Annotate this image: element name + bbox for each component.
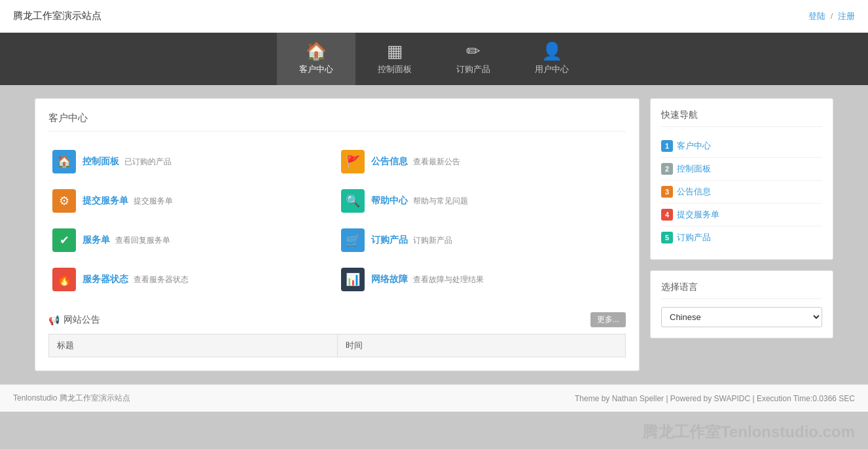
dashboard-icon: ▦ xyxy=(387,43,403,60)
home-icon: 🏠 xyxy=(306,43,327,60)
language-select[interactable]: Chinese English xyxy=(661,307,822,327)
footer: Tenlonstudio 腾龙工作室演示站点 Theme by Nathan S… xyxy=(0,384,868,412)
action-control-panel-desc: 已订购的产品 xyxy=(124,157,172,166)
action-submit-ticket-desc: 提交服务单 xyxy=(134,196,173,206)
nav-user-center-label: 用户中心 xyxy=(535,63,569,75)
action-server-status-desc: 查看服务器状态 xyxy=(134,275,189,284)
announce-label: 网站公告 xyxy=(63,314,100,326)
login-link[interactable]: 登陆 xyxy=(808,11,825,21)
action-order-product-desc: 订购新产品 xyxy=(413,236,452,245)
badge-customer: 1 xyxy=(661,140,673,152)
announcement-icon: 🚩 xyxy=(341,150,365,173)
badge-ticket: 4 xyxy=(661,209,673,221)
action-control-panel[interactable]: 🏠 控制面板 已订购的产品 xyxy=(48,142,337,181)
action-network-fault-label: 网络故障 xyxy=(371,274,408,284)
nav-bar: 🏠 客户中心 ▦ 控制面板 ✏ 订购产品 👤 用户中心 xyxy=(0,33,868,85)
action-server-status-text: 服务器状态 查看服务器状态 xyxy=(82,274,189,285)
server-status-icon: 🔥 xyxy=(52,268,76,291)
ticket-list-icon: ✔ xyxy=(52,228,76,252)
action-server-status-label: 服务器状态 xyxy=(82,274,128,284)
announcement-table: 标题 时间 xyxy=(48,334,626,357)
col-title: 标题 xyxy=(49,334,338,357)
control-panel-icon: 🏠 xyxy=(52,150,76,173)
pen-icon: ✏ xyxy=(466,43,480,60)
network-fault-icon: 📊 xyxy=(341,268,365,291)
action-submit-ticket-label: 提交服务单 xyxy=(82,195,128,206)
action-ticket-list[interactable]: ✔ 服务单 查看回复服务单 xyxy=(48,221,337,260)
quick-nav-box: 快速导航 1 客户中心 2 控制面板 3 公告信息 4 提交服务单 xyxy=(650,98,833,260)
main-wrapper: 客户中心 🏠 控制面板 已订购的产品 🚩 公告信息 查看最新公告 ⚙ xyxy=(22,98,846,371)
nav-customer-center-label: 客户中心 xyxy=(299,63,333,75)
action-ticket-list-desc: 查看回复服务单 xyxy=(115,236,170,245)
quick-nav-customer[interactable]: 1 客户中心 xyxy=(661,135,822,158)
sidebar-panel: 快速导航 1 客户中心 2 控制面板 3 公告信息 4 提交服务单 xyxy=(650,98,833,371)
action-order-product-text: 订购产品 订购新产品 xyxy=(371,234,452,246)
badge-control: 2 xyxy=(661,163,673,175)
action-help-center-text: 帮助中心 帮助与常见问题 xyxy=(371,195,468,207)
badge-order: 5 xyxy=(661,232,673,243)
col-time: 时间 xyxy=(337,334,626,357)
action-order-product-label: 订购产品 xyxy=(371,234,408,245)
action-submit-ticket-text: 提交服务单 提交服务单 xyxy=(82,195,173,207)
quick-nav-control-label: 控制面板 xyxy=(677,163,711,175)
quick-nav-ticket-label: 提交服务单 xyxy=(677,209,719,221)
action-submit-ticket[interactable]: ⚙ 提交服务单 提交服务单 xyxy=(48,181,337,221)
watermark: 腾龙工作室Tenlonstudio.com xyxy=(642,422,855,442)
action-announcement[interactable]: 🚩 公告信息 查看最新公告 xyxy=(337,142,626,181)
action-ticket-list-label: 服务单 xyxy=(82,234,110,245)
user-icon: 👤 xyxy=(541,43,562,60)
quick-nav-announcement[interactable]: 3 公告信息 xyxy=(661,181,822,204)
more-button[interactable]: 更多... xyxy=(590,312,626,327)
footer-right: Theme by Nathan Speller | Powered by SWA… xyxy=(575,394,855,403)
actions-grid: 🏠 控制面板 已订购的产品 🚩 公告信息 查看最新公告 ⚙ 提交服务单 提交服务 xyxy=(48,142,626,299)
nav-user-center[interactable]: 👤 用户中心 xyxy=(513,33,591,85)
quick-nav-announcement-label: 公告信息 xyxy=(677,186,711,198)
quick-nav-control[interactable]: 2 控制面板 xyxy=(661,158,822,181)
quick-nav-ticket[interactable]: 4 提交服务单 xyxy=(661,204,822,226)
auth-separator: / xyxy=(831,11,833,21)
action-help-center[interactable]: 🔍 帮助中心 帮助与常见问题 xyxy=(337,181,626,221)
nav-customer-center[interactable]: 🏠 客户中心 xyxy=(277,33,355,85)
action-announcement-label: 公告信息 xyxy=(371,156,408,166)
help-center-icon: 🔍 xyxy=(341,189,365,213)
table-header-row: 标题 时间 xyxy=(49,334,626,357)
action-help-center-desc: 帮助与常见问题 xyxy=(413,196,468,206)
nav-control-panel-label: 控制面板 xyxy=(378,63,412,75)
footer-left: Tenlonstudio 腾龙工作室演示站点 xyxy=(13,393,130,404)
action-network-fault-desc: 查看故障与处理结果 xyxy=(413,275,484,284)
submit-ticket-icon: ⚙ xyxy=(52,189,76,213)
action-help-center-label: 帮助中心 xyxy=(371,195,408,206)
nav-order-product[interactable]: ✏ 订购产品 xyxy=(434,33,513,85)
quick-nav-order-label: 订购产品 xyxy=(677,232,711,243)
order-product-icon: 🛒 xyxy=(341,228,365,252)
panel-title: 客户中心 xyxy=(48,112,626,132)
announce-header: 📢 网站公告 更多... xyxy=(48,312,626,327)
action-order-product[interactable]: 🛒 订购产品 订购新产品 xyxy=(337,221,626,260)
lang-title: 选择语言 xyxy=(661,281,822,299)
lang-box: 选择语言 Chinese English xyxy=(650,270,833,338)
nav-order-product-label: 订购产品 xyxy=(456,63,490,75)
action-network-fault-text: 网络故障 查看故障与处理结果 xyxy=(371,274,484,285)
action-network-fault[interactable]: 📊 网络故障 查看故障与处理结果 xyxy=(337,260,626,299)
register-link[interactable]: 注册 xyxy=(838,11,855,21)
action-announcement-text: 公告信息 查看最新公告 xyxy=(371,156,460,168)
action-server-status[interactable]: 🔥 服务器状态 查看服务器状态 xyxy=(48,260,337,299)
action-ticket-list-text: 服务单 查看回复服务单 xyxy=(82,234,170,246)
auth-links: 登陆 / 注册 xyxy=(808,10,855,22)
announce-title: 📢 网站公告 xyxy=(48,314,100,326)
action-announcement-desc: 查看最新公告 xyxy=(413,157,460,166)
action-control-panel-text: 控制面板 已订购的产品 xyxy=(82,156,172,168)
quick-nav-title: 快速导航 xyxy=(661,109,822,127)
quick-nav-customer-label: 客户中心 xyxy=(677,140,711,152)
quick-nav-order[interactable]: 5 订购产品 xyxy=(661,226,822,249)
quick-nav-list: 1 客户中心 2 控制面板 3 公告信息 4 提交服务单 5 订购产品 xyxy=(661,135,822,249)
nav-control-panel[interactable]: ▦ 控制面板 xyxy=(355,33,434,85)
badge-announcement: 3 xyxy=(661,186,673,198)
top-bar: 腾龙工作室演示站点 登陆 / 注册 xyxy=(0,0,868,33)
site-title: 腾龙工作室演示站点 xyxy=(13,10,101,22)
announce-icon: 📢 xyxy=(48,315,60,325)
action-control-panel-label: 控制面板 xyxy=(82,156,119,166)
content-panel: 客户中心 🏠 控制面板 已订购的产品 🚩 公告信息 查看最新公告 ⚙ xyxy=(35,98,640,371)
